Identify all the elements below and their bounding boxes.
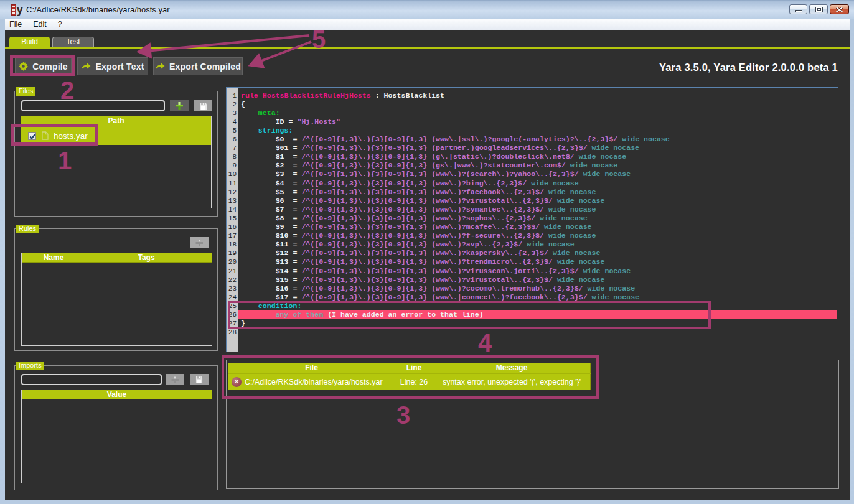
code-line: $11 = /^([0-9]{1,3}\.){3}[0-9]{1,3} (www…: [238, 240, 838, 249]
checkmark-icon: [29, 133, 37, 141]
line-number: 23: [218, 284, 237, 293]
file-checkbox[interactable]: [28, 132, 36, 140]
tab-test[interactable]: Test: [52, 37, 94, 47]
error-file-text: C:/Adlice/RKSdk/binaries/yara/hosts.yar: [245, 378, 383, 386]
code-line: $13 = /^([0-9]{1,3}\.){3}[0-9]{1,3} (www…: [238, 258, 838, 266]
code-area[interactable]: rule HostsBlacklistRuleHjHosts : HostsBl…: [238, 88, 838, 352]
file-icon: [42, 131, 49, 140]
code-line: }: [238, 319, 838, 328]
error-header-file: File: [228, 363, 395, 373]
rules-group-title: Rules: [16, 225, 39, 233]
add-plus-icon: [195, 240, 204, 246]
code-line: $9 = /^([0-9]{1,3}\.){3}[0-9]{1,3} (www\…: [238, 223, 838, 231]
code-line: $7 = /^([0-9]{1,3}\.){3}[0-9]{1,3} (www\…: [238, 205, 838, 214]
rules-add-button[interactable]: [190, 237, 209, 248]
imports-header-value: Value: [107, 390, 126, 399]
line-number: 7: [218, 144, 237, 152]
code-line: $6 = /^([0-9]{1,3}\.){3}[0-9]{1,3} (www\…: [238, 197, 838, 205]
maximize-button[interactable]: [809, 4, 828, 14]
code-line: $01 = /^([0-9]{1,3}\.){3}[0-9]{1,3} (par…: [238, 144, 838, 152]
error-row[interactable]: ✕ C:/Adlice/RKSdk/binaries/yara/hosts.ya…: [228, 373, 591, 390]
line-number: 3: [218, 109, 237, 118]
menu-file[interactable]: File: [4, 19, 27, 30]
tab-build[interactable]: Build: [9, 37, 50, 49]
code-line: $2 = /^([0-9]{1,3}\.){3}[0-9]{1,3} (gs\.…: [238, 161, 838, 170]
files-group-title: Files: [16, 87, 35, 96]
imports-add-button[interactable]: [166, 374, 184, 385]
code-line: $10 = /^([0-9]{1,3}\.){3}[0-9]{1,3} (www…: [238, 231, 838, 240]
imports-table-header: Value: [22, 390, 212, 399]
line-number: 26: [218, 310, 237, 319]
line-number: 4: [218, 118, 237, 126]
line-number: 24: [218, 293, 237, 302]
error-header-message: Message: [433, 363, 591, 373]
code-line: $15 = /^([0-9]{1,3}\.){3}[0-9]{1,3} (www…: [238, 276, 838, 284]
line-number: 8: [218, 152, 237, 161]
minimize-button[interactable]: [789, 4, 807, 14]
files-path-input[interactable]: [21, 100, 165, 111]
version-label: Yara 3.5.0, Yara Editor 2.0.0.0 beta 1: [659, 62, 838, 73]
maximize-icon: [815, 7, 823, 12]
code-line: $12 = /^([0-9]{1,3}\.){3}[0-9]{1,3} (www…: [238, 249, 838, 258]
menu-bar: File Edit ?: [5, 19, 850, 30]
code-line: $16 = /^([0-9]{1,3}\.){3}[0-9]{1,3} (www…: [238, 284, 838, 293]
rules-group: Rules Name Tags: [14, 228, 218, 351]
error-table-header: File Line Message: [228, 363, 591, 373]
save-floppy-icon: [199, 102, 207, 110]
rules-table-header: Name Tags: [22, 253, 212, 263]
menu-help[interactable]: ?: [52, 19, 68, 30]
line-number: 19: [218, 249, 237, 258]
line-number: 9: [218, 161, 237, 170]
error-table: File Line Message ✕ C:/Adlice/RKSdk/bina…: [228, 363, 591, 390]
window-title: C:/Adlice/RKSdk/binaries/yara/hosts.yar: [26, 5, 169, 14]
file-row-hosts-yar[interactable]: hosts.yar: [21, 126, 211, 145]
line-number: 15: [218, 214, 237, 223]
code-line: meta:: [238, 109, 838, 118]
files-group: Files Path: [14, 91, 218, 217]
rules-header-tags: Tags: [138, 253, 154, 263]
export-compiled-button[interactable]: Export Compiled: [153, 57, 243, 75]
export-text-button[interactable]: Export Text: [77, 57, 148, 75]
code-line: {: [238, 100, 838, 109]
imports-table: Value: [21, 390, 212, 483]
files-save-button[interactable]: [194, 100, 212, 111]
add-plus-icon: [175, 101, 184, 110]
rules-header-name: Name: [44, 253, 64, 263]
app-icon-letter: y: [16, 2, 23, 16]
imports-save-button[interactable]: [190, 374, 209, 385]
export-arrow-icon: [155, 63, 165, 70]
error-cell-line: Line: 26: [395, 374, 433, 390]
line-number: 12: [218, 188, 237, 197]
line-number: 21: [218, 267, 237, 276]
export-arrow-icon: [81, 63, 91, 70]
gear-icon: [19, 62, 28, 71]
imports-input[interactable]: [21, 374, 162, 385]
code-line: $1 = /^([0-9]{1,3}\.){3}[0-9]{1,3} (g\.|…: [238, 152, 838, 161]
close-button[interactable]: [830, 4, 849, 14]
code-line-error: any of them (I have added an error to th…: [238, 310, 837, 319]
code-line: $3 = /^([0-9]{1,3}\.){3}[0-9]{1,3} (www\…: [238, 170, 838, 179]
menu-edit[interactable]: Edit: [27, 19, 52, 30]
add-plus-icon: [171, 376, 179, 383]
tab-underline: [5, 47, 850, 49]
code-editor[interactable]: 1234567891011121314151617181920212223242…: [226, 87, 838, 352]
code-line: ID = "Hj.Hosts": [238, 118, 838, 126]
minimize-icon: [795, 10, 802, 12]
line-number: 25: [218, 302, 237, 310]
line-number: 6: [218, 135, 237, 144]
code-line: $0 = /^([0-9]{1,3}\.){3}[0-9]{1,3} (www\…: [238, 135, 838, 144]
error-cell-file: ✕ C:/Adlice/RKSdk/binaries/yara/hosts.ya…: [228, 374, 395, 390]
line-number: 10: [218, 170, 237, 179]
line-number: 1: [218, 91, 237, 100]
app-icon: y: [11, 4, 23, 16]
error-cell-message: syntax error, unexpected '(', expecting …: [433, 374, 591, 390]
files-add-button[interactable]: [170, 100, 189, 111]
files-table-header: Path: [21, 116, 211, 126]
code-line: $17 = /^([0-9]{1,3}\.){3}[0-9]{1,3} (www…: [238, 293, 838, 302]
compile-button[interactable]: Compile: [15, 57, 72, 75]
compile-label: Compile: [32, 62, 68, 72]
error-header-line: Line: [395, 363, 433, 373]
export-text-label: Export Text: [95, 62, 144, 72]
export-compiled-label: Export Compiled: [169, 62, 241, 72]
line-number: 13: [218, 197, 237, 205]
